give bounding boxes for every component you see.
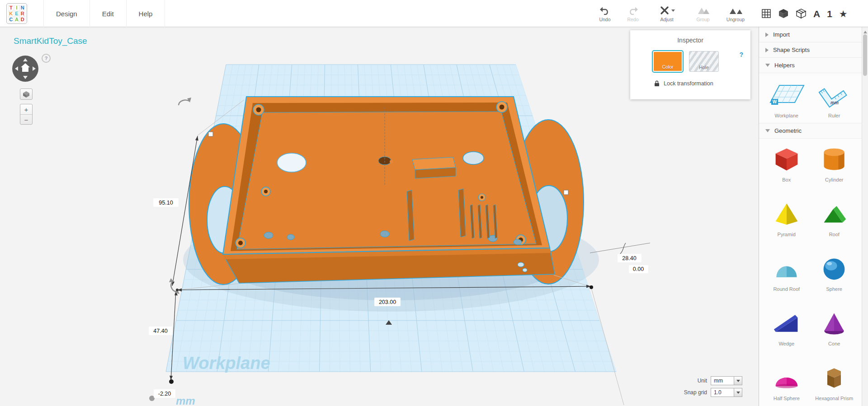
section-geometric[interactable]: Geometric: [759, 123, 862, 139]
unit-watermark: mm: [176, 395, 195, 406]
dim-wall-bottom-label[interactable]: 0.00: [629, 265, 648, 273]
dropdown-arrow-icon: [734, 377, 742, 385]
number-shapes-icon[interactable]: 1: [827, 9, 832, 19]
snap-grid-dropdown[interactable]: 1.0: [711, 388, 742, 397]
dim-width-label[interactable]: 203.00: [374, 298, 401, 306]
adjust-icon: [659, 5, 675, 15]
scroll-up-arrow-icon[interactable]: [863, 29, 867, 33]
shapes-sidebar: Import Shape Scripts Helpers W Workplane: [759, 27, 862, 406]
inspector-panel: Inspector Color Hole ? Lock transformati…: [630, 30, 750, 99]
workplane-helper-icon: W: [768, 79, 806, 110]
section-import[interactable]: Import: [759, 27, 862, 42]
basic-shapes-icon[interactable]: [778, 8, 789, 19]
ruler-helper-icon: mm: [817, 79, 851, 110]
unit-dropdown[interactable]: mm: [711, 376, 742, 385]
dim-wall-top-label[interactable]: 28.40: [618, 254, 642, 262]
speaker-hole: [277, 153, 306, 172]
menu-design[interactable]: Design: [43, 0, 90, 27]
right-hole: [463, 152, 484, 164]
design-title[interactable]: SmartKidToy_Case: [14, 36, 87, 46]
undo-icon: [599, 5, 610, 15]
group-icon: [697, 5, 709, 15]
workplane-watermark: Workplane: [183, 354, 270, 373]
redo-button[interactable]: Redo: [619, 0, 647, 27]
rotate-handle-left[interactable]: [169, 278, 179, 294]
sphere-shape-icon: [821, 255, 848, 282]
undo-button[interactable]: Undo: [591, 0, 619, 27]
helper-ruler[interactable]: mm Ruler: [811, 79, 859, 118]
svg-text:47.40: 47.40: [153, 328, 167, 334]
color-swatch[interactable]: Color: [653, 51, 683, 72]
shape-sphere[interactable]: Sphere: [811, 248, 859, 303]
shape-round-roof[interactable]: Round Roof: [763, 248, 811, 303]
adjust-button[interactable]: Adjust: [647, 0, 687, 27]
adjust-caret-icon: [671, 9, 675, 14]
shape-cone[interactable]: Cone: [811, 303, 859, 357]
shape-roof[interactable]: Roof: [811, 193, 859, 248]
svg-text:0.00: 0.00: [633, 266, 644, 272]
cylinder-shape-icon: [821, 146, 848, 173]
shape-hexagonal-prism[interactable]: Hexagonal Prism: [811, 357, 859, 406]
dim-z-offset-label[interactable]: -2.20: [154, 389, 175, 398]
shape-pyramid[interactable]: Roof Pyramid: [763, 193, 811, 248]
lock-icon: [654, 80, 660, 87]
roof-shape-icon: [821, 201, 848, 228]
dropdown-arrow-icon: [734, 388, 742, 397]
lock-transformation-toggle[interactable]: Lock transformation: [654, 80, 750, 87]
svg-text:mm: mm: [830, 100, 839, 105]
svg-text:203.00: 203.00: [379, 299, 396, 305]
text-shapes-icon[interactable]: A: [813, 9, 820, 19]
grid-view-icon[interactable]: [761, 9, 771, 19]
svg-text:-2.20: -2.20: [158, 391, 171, 397]
chevron-down-icon: [765, 64, 770, 67]
svg-text:28.40: 28.40: [622, 255, 636, 261]
zoom-in-button[interactable]: +: [20, 104, 32, 115]
tinkercad-logo[interactable]: TIN KER CAD: [6, 3, 27, 24]
hexagonal-prism-shape-icon: [821, 364, 848, 392]
shape-half-sphere[interactable]: Half Sphere: [763, 357, 811, 406]
chevron-right-icon: [765, 48, 769, 52]
round-roof-shape-icon: [773, 255, 800, 282]
geometric-shape-grid: Box Cylinder Roof Pyramid Roof Round R: [759, 139, 862, 406]
shape-wedge[interactable]: Wedge: [763, 303, 811, 357]
half-sphere-shape-icon: [773, 364, 800, 392]
helper-workplane[interactable]: W Workplane: [763, 79, 811, 118]
svg-text:95.10: 95.10: [159, 200, 173, 206]
section-shape-scripts[interactable]: Shape Scripts: [759, 42, 862, 58]
unit-label: Unit: [698, 378, 707, 384]
chevron-down-icon: [765, 129, 770, 132]
box-shape-icon: [773, 146, 800, 173]
case-floor: [237, 112, 536, 249]
pyramid-shape-icon: [773, 201, 800, 228]
zoom-control: + −: [20, 104, 33, 125]
hole-swatch[interactable]: Hole: [689, 51, 719, 72]
scrollbar-thumb[interactable]: [863, 34, 867, 76]
wedge-shape-icon: [773, 310, 800, 337]
section-helpers[interactable]: Helpers: [759, 58, 862, 73]
shape-generators-icon[interactable]: [796, 8, 807, 19]
favorites-star-icon[interactable]: ★: [839, 9, 848, 19]
rotate-handle-top[interactable]: [179, 98, 191, 105]
ungroup-icon: [729, 5, 742, 15]
inspector-help-button[interactable]: ?: [739, 51, 743, 58]
shape-category-icons: A 1 ★: [761, 0, 848, 27]
redo-icon: [627, 5, 638, 15]
help-button[interactable]: ?: [42, 54, 51, 63]
shape-box[interactable]: Box: [763, 139, 811, 193]
dim-height-label[interactable]: 95.10: [153, 198, 179, 207]
home-view-button[interactable]: [20, 89, 33, 100]
shape-cylinder[interactable]: Cylinder: [811, 139, 859, 193]
sidebar-scrollbar[interactable]: [862, 27, 868, 406]
topbar: TIN KER CAD Design Edit Help Undo Redo A…: [0, 0, 868, 27]
chevron-right-icon: [765, 33, 769, 37]
menu-edit[interactable]: Edit: [90, 0, 127, 27]
group-button[interactable]: Group: [687, 0, 719, 27]
units-panel: Unit mm Snap grid 1.0: [646, 376, 742, 400]
cone-shape-icon: [821, 310, 848, 337]
dim-depth-label[interactable]: 47.40: [149, 327, 172, 335]
menu-help[interactable]: Help: [127, 0, 165, 27]
ungroup-button[interactable]: Ungroup: [719, 0, 752, 27]
zoom-out-button[interactable]: −: [20, 115, 32, 125]
view-navigation[interactable]: [11, 55, 39, 84]
inspector-title: Inspector: [630, 37, 750, 44]
